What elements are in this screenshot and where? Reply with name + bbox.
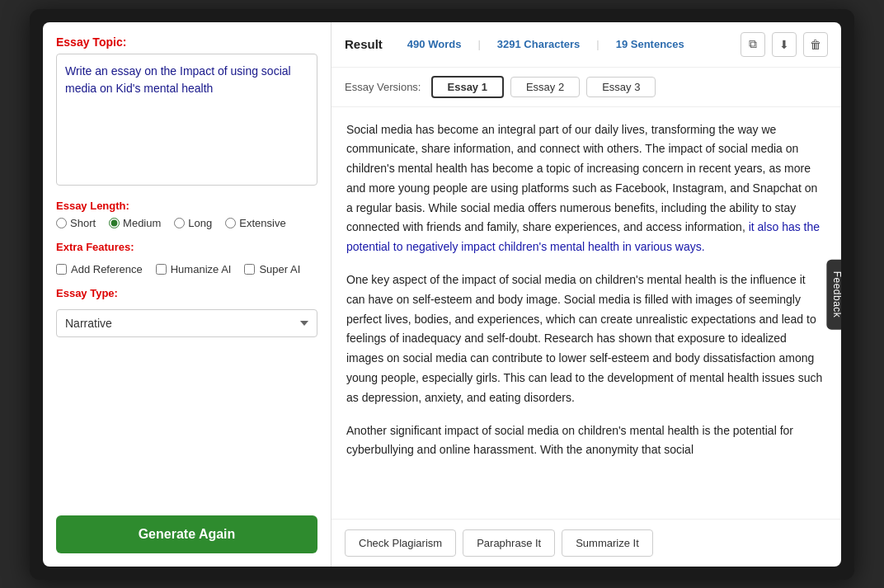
radio-long[interactable]: Long <box>174 217 212 229</box>
summarize-button[interactable]: Summarize It <box>562 529 653 557</box>
left-panel: Essay Topic: Write an essay on the Impac… <box>43 22 332 567</box>
checkbox-humanize-ai[interactable]: Humanize AI <box>156 263 232 275</box>
download-button[interactable]: ⬇ <box>772 32 797 57</box>
word-count: 490 Words <box>407 38 462 50</box>
feedback-tab[interactable]: Feedback <box>827 259 841 329</box>
radio-short[interactable]: Short <box>56 217 96 229</box>
essay-content: Social media has become an integral part… <box>332 107 841 519</box>
bottom-actions: Check Plagiarism Paraphrase It Summarize… <box>332 519 841 567</box>
extra-features-label: Extra Features: <box>56 241 317 253</box>
essay-type-label: Essay Type: <box>56 287 317 299</box>
versions-bar: Essay Versions: Essay 1 Essay 2 Essay 3 <box>332 68 841 107</box>
copy-button[interactable]: ⧉ <box>741 32 765 57</box>
extra-features-section: Extra Features: Add Reference Humanize A… <box>56 241 317 275</box>
topic-input[interactable]: Write an essay on the Impact of using so… <box>56 54 317 186</box>
app-container: Essay Topic: Write an essay on the Impac… <box>30 9 854 580</box>
essay-type-dropdown[interactable]: Narrative Argumentative Expository Descr… <box>56 309 317 337</box>
main-panel: Essay Topic: Write an essay on the Impac… <box>43 22 841 567</box>
versions-label: Essay Versions: <box>345 81 421 93</box>
check-plagiarism-button[interactable]: Check Plagiarism <box>345 529 456 557</box>
length-radio-group: Short Medium Long Extensive <box>56 217 317 229</box>
topic-label: Essay Topic: <box>56 35 317 49</box>
essay-paragraph-1: Social media has become an integral part… <box>346 120 826 258</box>
length-label: Essay Length: <box>56 200 317 212</box>
essay-type-section: Essay Type: Narrative Argumentative Expo… <box>56 287 317 337</box>
extras-group: Add Reference Humanize AI Super AI <box>56 263 317 275</box>
checkbox-super-ai[interactable]: Super AI <box>244 263 300 275</box>
header-icons: ⧉ ⬇ 🗑 <box>741 32 828 57</box>
radio-extensive[interactable]: Extensive <box>225 217 285 229</box>
delete-button[interactable]: 🗑 <box>803 32 828 57</box>
version-2-button[interactable]: Essay 2 <box>510 77 580 97</box>
version-3-button[interactable]: Essay 3 <box>586 77 656 97</box>
right-panel: Result 490 Words | 3291 Characters | 19 … <box>332 22 841 567</box>
character-count: 3291 Characters <box>497 38 580 50</box>
length-section: Essay Length: Short Medium Long Extensiv… <box>56 200 317 229</box>
version-1-button[interactable]: Essay 1 <box>431 76 504 98</box>
topic-section: Essay Topic: Write an essay on the Impac… <box>56 35 317 188</box>
essay-paragraph-3: Another significant impact of social med… <box>346 421 826 461</box>
radio-medium[interactable]: Medium <box>109 217 161 229</box>
result-label: Result <box>345 37 383 51</box>
sentence-count: 19 Sentences <box>616 38 684 50</box>
result-header: Result 490 Words | 3291 Characters | 19 … <box>332 22 841 68</box>
paraphrase-button[interactable]: Paraphrase It <box>463 529 555 557</box>
essay-paragraph-2: One key aspect of the impact of social m… <box>346 270 826 408</box>
generate-again-button[interactable]: Generate Again <box>56 515 317 553</box>
checkbox-add-reference[interactable]: Add Reference <box>56 263 143 275</box>
